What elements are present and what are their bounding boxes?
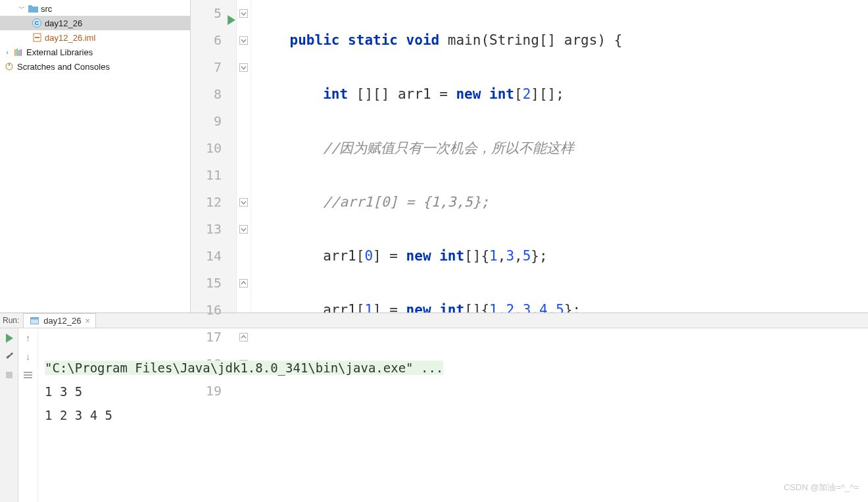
- tree-file-active[interactable]: C day12_26: [0, 16, 190, 30]
- project-tree[interactable]: ﹀ src C day12_26 day12_26.iml ›: [0, 0, 191, 313]
- run-output[interactable]: "C:\Program Files\Java\jdk1.8.0_341\bin\…: [38, 328, 868, 502]
- class-icon: C: [32, 18, 42, 28]
- svg-rect-7: [20, 49, 22, 56]
- code-line: //因为赋值只有一次机会，所以不能这样: [256, 135, 868, 162]
- fold-open-icon[interactable]: [239, 36, 248, 45]
- run-toolbar-left: [0, 328, 18, 502]
- scratch-icon: [4, 61, 14, 72]
- svg-rect-5: [16, 49, 18, 56]
- settings-button[interactable]: [3, 351, 15, 363]
- tree-folder-src[interactable]: ﹀ src: [0, 1, 190, 16]
- code-line: public static void main(String[] args) {: [256, 27, 868, 54]
- library-icon: [13, 47, 24, 57]
- svg-rect-4: [14, 49, 16, 56]
- iml-icon: [32, 32, 42, 43]
- svg-rect-3: [35, 37, 39, 38]
- up-icon[interactable]: ↑: [22, 332, 34, 344]
- fold-column[interactable]: [237, 0, 251, 313]
- code-line: int [][] arr1 = new int[2][];: [256, 81, 868, 108]
- code-editor[interactable]: 5 6 7 8 9 10 11 12 13 14 15 16 17 18 19: [191, 0, 868, 313]
- run-tab-label: day12_26: [43, 316, 81, 326]
- svg-rect-13: [240, 199, 248, 207]
- chevron-down-icon: ﹀: [18, 4, 25, 13]
- run-command-line: "C:\Program Files\Java\jdk1.8.0_341\bin\…: [45, 361, 443, 375]
- svg-rect-15: [240, 280, 248, 288]
- application-icon: [29, 316, 39, 326]
- output-line: 1 3 5: [45, 380, 861, 403]
- watermark: CSDN @加油=^_^=: [784, 476, 859, 499]
- code-line: //arr1[0] = {1,3,5};: [256, 189, 868, 216]
- chevron-right-icon: ›: [4, 49, 11, 56]
- svg-rect-14: [240, 226, 248, 234]
- close-icon[interactable]: ×: [85, 316, 90, 326]
- soft-wrap-icon[interactable]: [22, 369, 34, 381]
- fold-open-icon[interactable]: [239, 63, 248, 72]
- run-label: Run:: [3, 316, 19, 325]
- code-area[interactable]: public static void main(String[] args) {…: [251, 0, 868, 313]
- run-toolwindow-header[interactable]: Run: day12_26 ×: [0, 313, 868, 328]
- tree-scratches[interactable]: Scratches and Consoles: [0, 59, 190, 74]
- tree-file-iml[interactable]: day12_26.iml: [0, 30, 190, 45]
- fold-open-icon[interactable]: [239, 198, 248, 207]
- code-line: arr1[0] = new int[]{1,3,5};: [256, 243, 868, 270]
- code-line: arr1[1] = new int[]{1,2,3,4,5};: [256, 297, 868, 313]
- stop-button[interactable]: [3, 369, 15, 381]
- tree-label: day12_26.iml: [45, 33, 95, 43]
- svg-rect-11: [240, 37, 248, 45]
- svg-rect-10: [240, 10, 248, 18]
- fold-close-icon[interactable]: [239, 279, 248, 288]
- output-line: 1 2 3 4 5: [45, 403, 861, 427]
- rerun-button[interactable]: [3, 332, 15, 344]
- down-icon[interactable]: ↓: [22, 351, 34, 363]
- tree-external-libraries[interactable]: › External Libraries: [0, 45, 190, 59]
- svg-rect-9: [9, 63, 10, 66]
- tree-label: src: [41, 4, 52, 14]
- svg-rect-6: [18, 50, 20, 56]
- fold-open-icon[interactable]: [239, 9, 248, 18]
- run-nav: ↑ ↓: [18, 328, 38, 502]
- folder-icon: [28, 3, 38, 14]
- fold-open-icon[interactable]: [239, 225, 248, 234]
- run-toolwindow: ↑ ↓ "C:\Program Files\Java\jdk1.8.0_341\…: [0, 328, 868, 502]
- svg-rect-12: [240, 64, 248, 72]
- tree-label: day12_26: [45, 18, 82, 28]
- run-tab[interactable]: day12_26 ×: [23, 313, 96, 328]
- tree-label: External Libraries: [26, 47, 93, 57]
- svg-text:C: C: [35, 20, 39, 26]
- svg-rect-19: [30, 318, 38, 320]
- line-gutter: 5 6 7 8 9 10 11 12 13 14 15 16 17 18 19: [191, 0, 237, 313]
- tree-label: Scratches and Consoles: [17, 62, 110, 72]
